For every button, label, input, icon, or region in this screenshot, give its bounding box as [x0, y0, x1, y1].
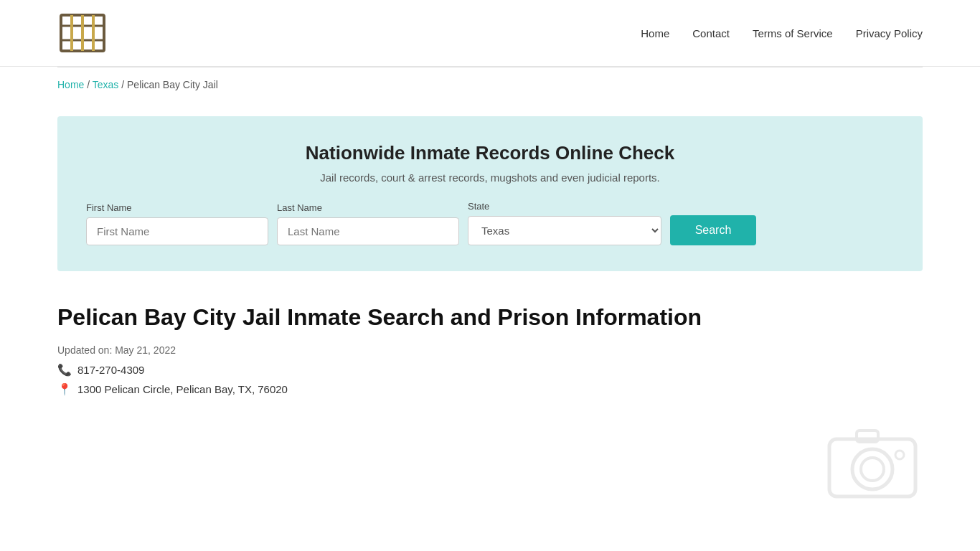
page-title: Pelican Bay City Jail Inmate Search and … — [57, 303, 923, 333]
site-header: Home Contact Terms of Service Privacy Po… — [0, 0, 980, 67]
nav-privacy[interactable]: Privacy Policy — [856, 27, 923, 39]
logo[interactable] — [57, 11, 108, 55]
state-label: State — [468, 201, 661, 212]
nav-home[interactable]: Home — [641, 27, 669, 39]
breadcrumb-state[interactable]: Texas — [93, 79, 119, 90]
banner-title: Nationwide Inmate Records Online Check — [86, 142, 894, 164]
nav-terms[interactable]: Terms of Service — [753, 27, 833, 39]
main-nav: Home Contact Terms of Service Privacy Po… — [641, 27, 923, 39]
phone-line: 📞 817-270-4309 — [57, 363, 923, 377]
search-button[interactable]: Search — [670, 215, 756, 245]
breadcrumb: Home / Texas / Pelican Bay City Jail — [0, 67, 980, 102]
last-name-input[interactable] — [277, 217, 459, 245]
phone-icon: 📞 — [57, 363, 72, 377]
breadcrumb-current: Pelican Bay City Jail — [127, 79, 218, 90]
phone-number: 817-270-4309 — [77, 364, 144, 376]
first-name-group: First Name — [86, 202, 268, 245]
camera-placeholder-container — [57, 418, 923, 504]
breadcrumb-sep2: / — [121, 79, 127, 90]
first-name-label: First Name — [86, 202, 268, 213]
location-icon: 📍 — [57, 382, 72, 396]
svg-point-10 — [895, 451, 904, 459]
nav-contact[interactable]: Contact — [692, 27, 730, 39]
address-text: 1300 Pelican Circle, Pelican Bay, TX, 76… — [77, 383, 288, 395]
camera-placeholder-icon — [822, 418, 923, 504]
breadcrumb-home[interactable]: Home — [57, 79, 84, 90]
updated-date: Updated on: May 21, 2022 — [57, 344, 923, 356]
address-line: 📍 1300 Pelican Circle, Pelican Bay, TX, … — [57, 382, 923, 396]
search-banner: Nationwide Inmate Records Online Check J… — [57, 116, 923, 271]
last-name-label: Last Name — [277, 202, 459, 213]
jail-logo-icon — [57, 11, 108, 55]
svg-point-8 — [861, 458, 884, 481]
main-content: Pelican Bay City Jail Inmate Search and … — [0, 286, 980, 521]
state-group: State Texas Alabama Alaska California Fl… — [468, 201, 661, 245]
breadcrumb-sep1: / — [87, 79, 93, 90]
search-form: First Name Last Name State Texas Alabama… — [86, 201, 894, 245]
svg-point-7 — [852, 449, 892, 489]
last-name-group: Last Name — [277, 202, 459, 245]
first-name-input[interactable] — [86, 217, 268, 245]
state-select[interactable]: Texas Alabama Alaska California Florida … — [468, 216, 661, 245]
banner-subtitle: Jail records, court & arrest records, mu… — [86, 171, 894, 184]
